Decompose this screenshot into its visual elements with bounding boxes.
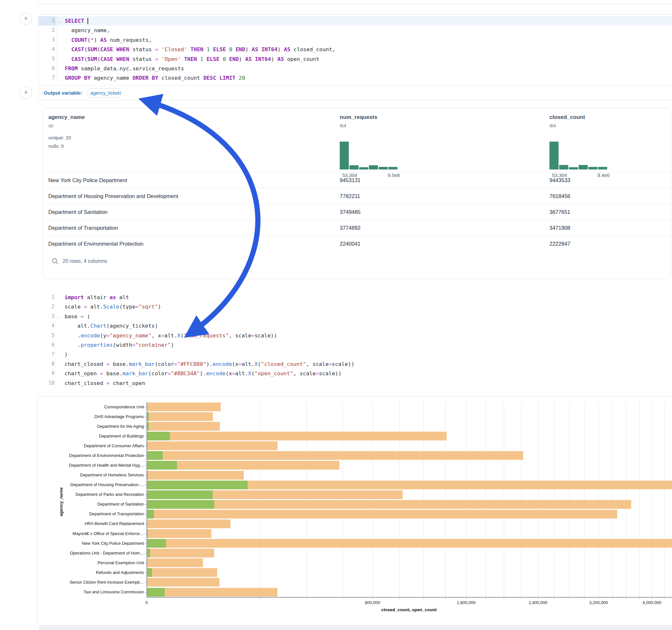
line-number: 7 [38,350,56,359]
code-token: "#FFC080" [177,361,206,367]
chart-gridline [626,402,626,597]
code-token [203,46,207,52]
add-cell-button[interactable]: + [20,13,32,25]
code-token: agency_name [91,75,132,81]
line-number: 4 [39,45,56,54]
python-code-editor[interactable]: 1import altair as alt2scale = alt.Scale(… [38,293,672,388]
code-line[interactable]: 1import altair as alt [38,293,672,302]
line-number: 1 [38,293,56,302]
chart-gridline [598,402,599,597]
y-axis-label: Department of Sanitation [38,502,144,507]
table-row[interactable]: Department of Housing Preservation and D… [44,188,671,204]
code-token: status [129,56,155,62]
code-line[interactable]: 3 COUNT(*) AS num_requests, [39,35,672,45]
code-token [81,75,84,81]
code-line[interactable]: 4 alt.Chart(agency_tickets) [38,321,672,331]
code-token: = [84,304,87,310]
line-number: 1⌄ [39,16,56,26]
table-row[interactable]: Department of Sanitation37494853677651 [44,204,671,220]
fold-chevron-icon[interactable]: ⌄ [58,17,60,26]
code-token: X [177,333,181,339]
code-text: import altair as alt [56,293,129,302]
y-axis-label: Personal Exemption Unit [38,560,144,565]
code-token: ( [97,46,100,52]
table-cell: Department of Housing Preservation and D… [48,188,178,204]
code-line[interactable]: 6 .properties(width="container") [38,340,672,350]
histogram-bar [559,165,568,169]
table-row[interactable]: New York City Police Department945313194… [44,172,671,188]
y-axis-label: Department of Health and Mental Hyg… [38,463,144,468]
code-line[interactable]: 7GROUP BY agency_name ORDER BY closed_co… [39,73,672,83]
code-token: = [316,370,319,377]
output-variable-input[interactable]: agency_tickets [87,88,121,98]
code-text: chart_closed + chart_open [56,379,145,388]
chart-gridline [373,402,373,597]
bar-open-count [146,568,152,577]
chart-gridline [446,402,446,597]
code-token: ( [181,333,184,339]
column-type: str [48,123,185,128]
bar-closed-count [146,568,217,577]
bar-closed-count [146,519,231,528]
column-stat: nulls: 0 [48,142,185,150]
table-row[interactable]: Department of Transportation377489234719… [44,220,671,236]
code-line[interactable]: 2 agency_name, [39,26,672,35]
code-token: 1 [207,46,210,52]
bar-closed-count [146,588,278,597]
y-axis-label: Department of Buildings [38,434,144,438]
column-header[interactable]: closed_counti6453,3049.4e6 [549,114,671,128]
code-token: CAST [71,46,84,52]
code-token: = [329,361,332,367]
chart-gridline [521,402,522,597]
code-token: properties [81,342,113,348]
code-token [113,46,116,52]
code-line[interactable]: 5 CAST(SUM(CASE WHEN status = 'Open' THE… [39,54,672,64]
code-token: alt. [241,361,255,367]
code-line[interactable]: 10chart_closed + chart_open [38,379,672,388]
code-token: INT64 [261,46,278,52]
code-line[interactable]: 3⌄base = ( [38,312,672,321]
code-line[interactable]: 1⌄SELECT [39,16,672,26]
sql-code-editor[interactable]: 1⌄SELECT 2 agency_name,3 COUNT(*) AS num… [39,16,672,83]
code-text: scale = alt.Scale(type="sqrt") [56,302,161,311]
x-axis-tick-label: 3,200,000 [589,600,608,605]
y-axis-label: Taxi and Limousine Commission [38,589,144,595]
code-line[interactable]: 4 CAST(SUM(CASE WHEN status = 'Closed' T… [39,45,672,54]
code-line[interactable]: 9chart_open = base.mark_bar(color="#8BC3… [38,369,672,378]
code-token [158,46,162,52]
chart-gridline [554,402,554,597]
notebook-page: { "colors": { "bar_closed": "#F5C48B", "… [0,0,672,630]
code-token: num_requests, [107,37,152,43]
bar-closed-count [146,422,220,431]
code-token: ) [245,46,251,52]
code-token: = [251,333,255,339]
code-token: alt [116,294,129,300]
code-line[interactable]: 6FROM sample_data.nyc.service_requests [39,64,672,73]
altair-bar-chart: Correspondence UnitDHS Advantage Program… [38,397,672,626]
column-header[interactable]: agency_namestrunique: 20nulls: 0 [48,114,185,150]
code-line[interactable]: 2scale = alt.Scale(type="sqrt") [38,302,672,311]
table-row[interactable]: Department of Environmental Protection22… [44,236,671,251]
code-token: = [174,361,177,367]
code-line[interactable]: 5 .encode(y="agency_name", x=alt.X("num_… [38,331,672,340]
code-token: alt. [87,304,103,310]
code-token [187,46,191,52]
table-cell: 9443533 [549,172,570,188]
fold-chevron-icon[interactable]: ⌄ [57,312,59,321]
chart-gridline [399,402,400,597]
bar-open-count [146,539,166,548]
code-line[interactable]: 7) [38,350,672,359]
code-token: , scale [293,370,316,377]
code-token: ) [278,46,284,52]
code-token [226,56,229,62]
add-cell-button[interactable]: + [20,87,32,99]
search-icon[interactable] [51,258,59,265]
column-header[interactable]: num_requestsi6453,3049.5e6 [340,114,476,128]
y-axis-label: Department of Consumer Affairs [38,443,144,448]
bar-closed-count [146,558,203,567]
bar-closed-count [146,432,447,440]
code-token [219,56,223,62]
code-token: encode [206,370,225,377]
code-token: ( [97,56,100,62]
code-line[interactable]: 8chart_closed = base.mark_bar(color="#FF… [38,359,672,369]
